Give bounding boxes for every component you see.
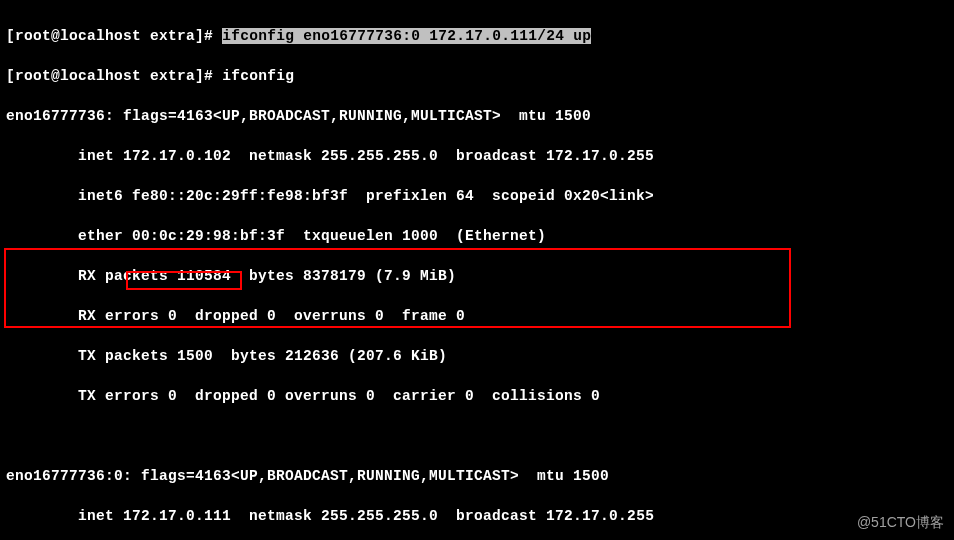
iface1-inet: inet 172.17.0.102 netmask 255.255.255.0 … bbox=[6, 146, 948, 166]
iface2-ip: 172.17.0.111 bbox=[123, 508, 231, 524]
iface2-inet: inet 172.17.0.111 netmask 255.255.255.0 … bbox=[6, 506, 948, 526]
iface2-header: eno16777736:0: flags=4163<UP,BROADCAST,R… bbox=[6, 466, 948, 486]
iface1-rxp: RX packets 110584 bytes 8378179 (7.9 MiB… bbox=[6, 266, 948, 286]
iface1-ether: ether 00:0c:29:98:bf:3f txqueuelen 1000 … bbox=[6, 226, 948, 246]
blank-1 bbox=[6, 426, 948, 446]
command-2: ifconfig bbox=[222, 68, 294, 84]
iface1-inet6: inet6 fe80::20c:29ff:fe98:bf3f prefixlen… bbox=[6, 186, 948, 206]
prompt-line-2: [root@localhost extra]# ifconfig bbox=[6, 66, 948, 86]
prompt-line-1: [root@localhost extra]# ifconfig eno1677… bbox=[6, 26, 948, 46]
iface1-rxe: RX errors 0 dropped 0 overruns 0 frame 0 bbox=[6, 306, 948, 326]
terminal-output[interactable]: [root@localhost extra]# ifconfig eno1677… bbox=[0, 0, 954, 540]
iface1-header: eno16777736: flags=4163<UP,BROADCAST,RUN… bbox=[6, 106, 948, 126]
iface1-txe: TX errors 0 dropped 0 overruns 0 carrier… bbox=[6, 386, 948, 406]
iface1-txp: TX packets 1500 bytes 212636 (207.6 KiB) bbox=[6, 346, 948, 366]
watermark: @51CTO博客 bbox=[857, 514, 944, 532]
command-1-highlight: ifconfig eno16777736:0 172.17.0.111/24 u… bbox=[222, 28, 591, 44]
